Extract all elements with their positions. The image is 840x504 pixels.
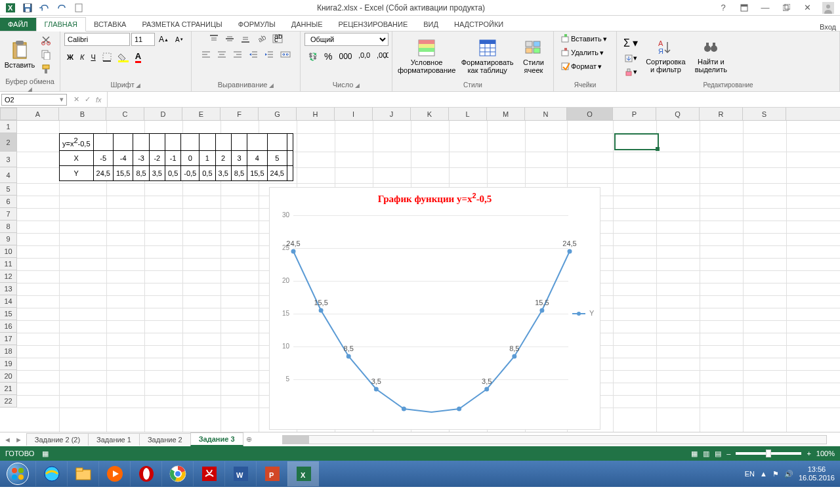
column-header[interactable]: A [17, 108, 59, 120]
decrease-font-icon[interactable]: A▼ [173, 35, 186, 45]
taskbar-powerpoint-icon[interactable]: P [256, 461, 287, 486]
percent-icon[interactable]: % [322, 50, 335, 63]
row-header[interactable]: 8 [0, 220, 17, 233]
row-header[interactable]: 16 [0, 320, 17, 333]
format-cells-button[interactable]: Формат ▾ [558, 60, 604, 72]
enter-icon[interactable]: ✓ [85, 95, 91, 104]
active-cell[interactable] [614, 133, 659, 150]
table-cell[interactable] [287, 134, 293, 151]
table-cell[interactable]: 24,5 [267, 166, 287, 181]
align-right-icon[interactable] [230, 49, 245, 60]
table-cell[interactable]: 15,5 [113, 166, 133, 181]
undo-icon[interactable] [37, 1, 52, 14]
table-cell[interactable]: X [60, 151, 94, 166]
row-header[interactable]: 4 [0, 167, 17, 183]
taskbar-excel-icon[interactable]: X [287, 461, 319, 486]
cell-styles-button[interactable]: Стили ячеек [518, 35, 549, 78]
tab-file[interactable]: ФАЙЛ [0, 18, 36, 31]
macro-icon[interactable]: ▦ [42, 450, 49, 458]
align-middle-icon[interactable] [222, 33, 237, 45]
table-cell[interactable] [215, 134, 231, 151]
row-header[interactable]: 21 [0, 383, 17, 395]
table-cell[interactable]: 15,5 [247, 166, 267, 181]
tab-home[interactable]: ГЛАВНАЯ [36, 17, 86, 32]
name-box[interactable]: O2▾ [1, 94, 67, 106]
select-all-corner[interactable] [0, 108, 17, 120]
tab-data[interactable]: ДАННЫЕ [284, 18, 331, 31]
currency-icon[interactable]: 💱 [304, 50, 320, 63]
horizontal-scrollbar[interactable] [282, 435, 827, 444]
column-header[interactable]: Q [656, 108, 700, 120]
formula-input[interactable] [107, 92, 840, 107]
taskbar-chrome-icon[interactable] [161, 461, 193, 486]
column-header[interactable]: M [487, 108, 525, 120]
dialog-launcher-icon[interactable]: ◢ [136, 82, 140, 89]
fill-handle[interactable] [656, 147, 660, 151]
row-header[interactable]: 7 [0, 208, 17, 220]
copy-icon[interactable] [38, 48, 54, 61]
table-cell[interactable]: -3 [133, 151, 149, 166]
font-name-input[interactable] [64, 33, 130, 46]
table-cell[interactable]: -2 [149, 151, 165, 166]
increase-font-icon[interactable]: A▲ [156, 33, 171, 45]
column-header[interactable]: S [743, 108, 786, 120]
row-header[interactable]: 14 [0, 295, 17, 308]
redo-icon[interactable] [54, 1, 70, 14]
zoom-slider[interactable] [736, 452, 801, 455]
maximize-icon[interactable] [778, 1, 794, 14]
conditional-formatting-button[interactable]: Условное форматирование [396, 35, 457, 78]
tray-clock[interactable]: 13:56 16.05.2016 [799, 465, 835, 482]
column-header[interactable]: O [567, 108, 613, 120]
delete-cells-button[interactable]: Удалить ▾ [558, 47, 606, 58]
table-cell[interactable]: y=x2-0,5 [60, 134, 94, 151]
find-select-button[interactable]: Найти и выделить [690, 35, 731, 78]
column-header[interactable]: F [220, 108, 259, 120]
minimize-icon[interactable]: — [757, 1, 773, 14]
column-header[interactable]: D [144, 108, 182, 120]
tab-layout[interactable]: РАЗМЕТКА СТРАНИЦЫ [134, 18, 230, 31]
table-cell[interactable]: 3,5 [215, 166, 231, 181]
column-header[interactable]: R [700, 108, 743, 120]
table-cell[interactable]: -0,5 [181, 166, 200, 181]
table-cell[interactable]: 0,5 [200, 166, 215, 181]
tab-view[interactable]: ВИД [415, 18, 446, 31]
tray-flag-icon[interactable]: ⚑ [772, 470, 779, 478]
sheet-nav-next-icon[interactable]: ► [15, 436, 22, 444]
table-cell[interactable] [247, 134, 267, 151]
table-cell[interactable]: -5 [93, 151, 113, 166]
column-header[interactable]: G [259, 108, 297, 120]
dialog-launcher-icon[interactable]: ◢ [269, 82, 274, 89]
table-cell[interactable]: -1 [165, 151, 180, 166]
ribbon-opts-icon[interactable] [736, 1, 752, 14]
row-header[interactable]: 9 [0, 233, 17, 245]
row-header[interactable]: 11 [0, 258, 17, 270]
tab-formulas[interactable]: ФОРМУЛЫ [230, 18, 284, 31]
table-cell[interactable] [231, 134, 247, 151]
row-header[interactable]: 22 [0, 395, 17, 408]
taskbar-acrobat-icon[interactable] [193, 461, 224, 486]
new-icon[interactable] [71, 1, 87, 14]
column-header[interactable]: C [106, 108, 144, 120]
table-cell[interactable] [149, 134, 165, 151]
font-size-input[interactable] [131, 33, 155, 46]
column-header[interactable]: K [411, 108, 449, 120]
table-cell[interactable]: 1 [200, 151, 215, 166]
table-cell[interactable] [93, 134, 113, 151]
view-pagebreak-icon[interactable]: ▤ [715, 450, 721, 458]
taskbar-media-icon[interactable] [98, 461, 130, 486]
row-header[interactable]: 5 [0, 183, 17, 196]
tab-addins[interactable]: НАДСТРОЙКИ [446, 18, 511, 31]
column-header[interactable]: I [335, 108, 373, 120]
sign-in[interactable]: Вход [820, 23, 840, 31]
table-cell[interactable] [267, 134, 287, 151]
row-header[interactable]: 10 [0, 245, 17, 258]
tray-lang[interactable]: EN [745, 470, 755, 478]
taskbar-word-icon[interactable]: W [224, 461, 256, 486]
row-header[interactable]: 6 [0, 196, 17, 208]
align-center-icon[interactable] [215, 49, 229, 60]
table-cell[interactable] [113, 134, 133, 151]
dialog-launcher-icon[interactable]: ◢ [355, 82, 360, 89]
sheet-tab[interactable]: Задание 1 [88, 433, 140, 446]
table-cell[interactable]: -4 [113, 151, 133, 166]
align-top-icon[interactable] [207, 33, 221, 45]
